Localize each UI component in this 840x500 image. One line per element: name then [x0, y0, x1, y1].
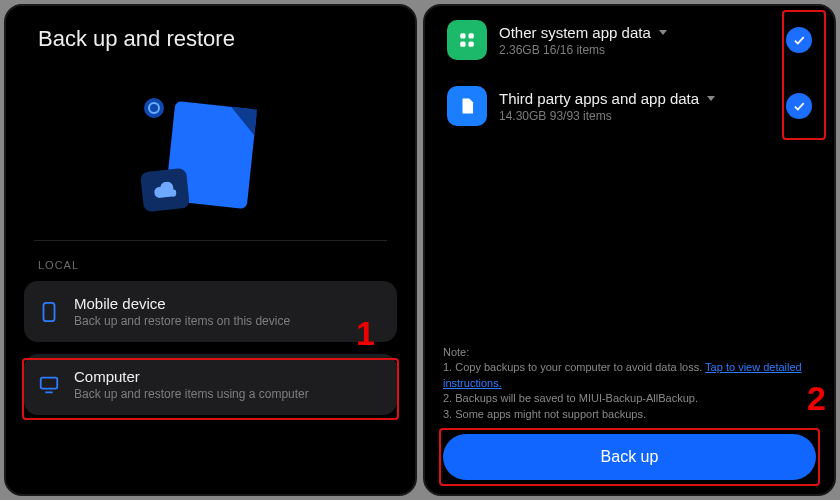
svg-rect-4: [469, 33, 474, 38]
illustration: [24, 70, 397, 240]
row-title: Third party apps and app data: [499, 90, 774, 107]
divider: [34, 240, 387, 241]
backup-category-row[interactable]: Third party apps and app data 14.30GB 93…: [443, 72, 816, 138]
svg-rect-0: [44, 302, 55, 320]
file-icon: [447, 86, 487, 126]
note-line: 1. Copy backups to your computer to avoi…: [443, 360, 816, 391]
chevron-down-icon: [707, 96, 715, 101]
option-computer[interactable]: Computer Back up and restore items using…: [24, 354, 397, 415]
note-line: 2. Backups will be saved to MIUI-Backup-…: [443, 391, 816, 406]
option-title: Computer: [74, 368, 309, 385]
note-block: Note: 1. Copy backups to your computer t…: [443, 345, 816, 422]
section-label-local: LOCAL: [24, 259, 397, 271]
checkbox-checked[interactable]: [786, 27, 812, 53]
checkbox-checked[interactable]: [786, 93, 812, 119]
backup-button[interactable]: Back up: [443, 434, 816, 480]
option-title: Mobile device: [74, 295, 290, 312]
backup-selection-screen: Other system app data 2.36GB 16/16 items…: [423, 4, 836, 496]
backup-restore-screen: Back up and restore LOCAL Mobile device …: [4, 4, 417, 496]
chevron-down-icon: [659, 30, 667, 35]
grid-icon: [447, 20, 487, 60]
row-subtitle: 14.30GB 93/93 items: [499, 109, 774, 123]
option-subtitle: Back up and restore items on this device: [74, 314, 290, 328]
page-title: Back up and restore: [24, 6, 397, 70]
cloud-icon: [140, 168, 190, 213]
note-label: Note:: [443, 345, 816, 360]
backup-category-row[interactable]: Other system app data 2.36GB 16/16 items: [443, 6, 816, 72]
row-subtitle: 2.36GB 16/16 items: [499, 43, 774, 57]
svg-rect-6: [469, 42, 474, 47]
phone-icon: [38, 301, 60, 323]
row-title: Other system app data: [499, 24, 774, 41]
monitor-icon: [38, 374, 60, 396]
svg-rect-3: [460, 33, 465, 38]
svg-rect-5: [460, 42, 465, 47]
option-subtitle: Back up and restore items using a comput…: [74, 387, 309, 401]
option-mobile-device[interactable]: Mobile device Back up and restore items …: [24, 281, 397, 342]
note-line: 3. Some apps might not support backups.: [443, 407, 816, 422]
sync-icon: [144, 98, 164, 118]
svg-rect-1: [41, 377, 58, 388]
